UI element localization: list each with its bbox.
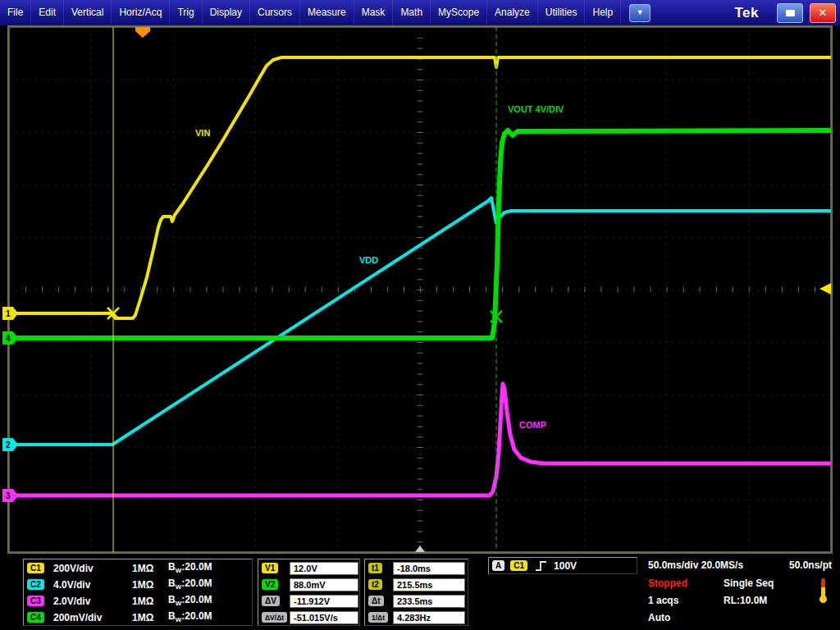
- c1-impedance: 1MΩ: [132, 563, 168, 574]
- time-cursor-box: t1 -18.0ms t2 215.5ms Δt 233.5ms 1/Δt 4.…: [364, 559, 468, 626]
- oscilloscope-app: File Edit Vertical Horiz/Acq Trig Displa…: [0, 0, 840, 630]
- c1-badge[interactable]: C1: [27, 563, 44, 573]
- delta-t-value: 233.5ms: [393, 595, 465, 608]
- c2-bandwidth: BW:20.0M: [168, 578, 212, 591]
- menu-help[interactable]: Help: [585, 0, 621, 25]
- menu-horiz-acq[interactable]: Horiz/Acq: [112, 0, 170, 25]
- acq-count: 1 acqs: [648, 595, 678, 606]
- dv-row: ΔV -11.912V: [258, 593, 359, 609]
- comp-label: COMP: [519, 420, 546, 430]
- c1-scale: 200V/div: [53, 563, 132, 574]
- channel-row-c4: C4 200mV/div 1MΩ BW:20.0M: [24, 609, 252, 625]
- thermometer-icon: [819, 578, 827, 603]
- dt-row: Δt 233.5ms: [365, 593, 468, 609]
- traces: [11, 57, 831, 495]
- menu-file[interactable]: File: [0, 0, 31, 25]
- v2-badge[interactable]: V2: [262, 579, 278, 590]
- c1-bandwidth: BW:20.0M: [168, 561, 212, 574]
- c4-bandwidth: BW:20.0M: [168, 610, 212, 623]
- v2-value: 88.0mV: [290, 578, 358, 591]
- c2-impedance: 1MΩ: [132, 579, 168, 591]
- menu-dropdown-button[interactable]: ▼: [629, 4, 651, 22]
- dvdt-row: ΔV/Δt -51.015V/s: [258, 609, 359, 625]
- acquisition-info: 50.0ms/div 20.0MS/s 50.0ns/pt Stopped Si…: [645, 557, 833, 628]
- menu-bar: File Edit Vertical Horiz/Acq Trig Displa…: [0, 0, 840, 25]
- inv-dt-row: 1/Δt 4.283Hz: [365, 609, 468, 625]
- vin-label: VIN: [195, 128, 210, 138]
- record-length: RL:10.0M: [724, 595, 767, 606]
- menu-cursors[interactable]: Cursors: [250, 0, 300, 25]
- graticule-canvas: VIN VDD VOUT 4V/DIV COMP: [9, 27, 831, 552]
- channel-row-c2: C2 4.0V/div 1MΩ BW:20.0M: [24, 577, 252, 592]
- t2-row: t2 215.5ms: [365, 577, 468, 592]
- graticule: [9, 27, 831, 552]
- t2-badge[interactable]: t2: [368, 579, 382, 590]
- dv-dt-value: -51.015V/s: [290, 611, 358, 624]
- c3-bandwidth: BW:20.0M: [168, 594, 212, 607]
- trace-vout: [11, 130, 831, 338]
- c3-impedance: 1MΩ: [132, 596, 168, 607]
- t2-value: 215.5ms: [393, 578, 465, 591]
- menu-math[interactable]: Math: [393, 0, 431, 25]
- one-over-dt-badge: 1/Δt: [368, 612, 388, 623]
- timebase-readout: 50.0ms/div 20.0MS/s: [648, 559, 743, 571]
- menu-edit[interactable]: Edit: [31, 0, 64, 25]
- status-panel: C1 200V/div 1MΩ BW:20.0M C2 4.0V/div 1MΩ…: [0, 555, 840, 630]
- channel-row-c3: C3 2.0V/div 1MΩ BW:20.0M: [24, 593, 252, 609]
- trigger-level: 100V: [554, 560, 577, 572]
- v1-value: 12.0V: [290, 562, 358, 575]
- menu-vertical[interactable]: Vertical: [64, 0, 112, 25]
- tek-logo: Tek: [734, 5, 759, 21]
- trigger-readout-box[interactable]: A C1 100V: [488, 557, 637, 574]
- delta-v-badge: ΔV: [262, 596, 280, 606]
- one-over-dt-value: 4.283Hz: [393, 611, 465, 624]
- waveform-display: VIN VDD VOUT 4V/DIV COMP 1 4 2 3: [7, 25, 833, 554]
- menu-utilities[interactable]: Utilities: [538, 0, 586, 25]
- v1-row: V1 12.0V: [258, 560, 359, 576]
- c3-badge[interactable]: C3: [27, 596, 44, 606]
- resolution-readout: 50.0ns/pt: [789, 559, 832, 571]
- trigger-system-badge: A: [492, 560, 504, 571]
- acq-mode: Single Seq: [724, 578, 774, 589]
- horizontal-reference-marker[interactable]: [415, 546, 425, 552]
- trigger-mode: Auto: [648, 612, 670, 623]
- menu-mask[interactable]: Mask: [354, 0, 394, 25]
- acq-status: Stopped: [648, 578, 687, 589]
- menu-myscope[interactable]: MyScope: [431, 0, 487, 25]
- menu-trig[interactable]: Trig: [170, 0, 202, 25]
- trigger-position-marker[interactable]: [135, 27, 150, 38]
- vdd-label: VDD: [359, 255, 378, 265]
- dv-dt-badge: ΔV/Δt: [262, 612, 287, 623]
- minimize-button[interactable]: [777, 3, 803, 23]
- menu-display[interactable]: Display: [203, 0, 250, 25]
- t1-value: -18.0ms: [393, 562, 465, 575]
- trigger-source-badge[interactable]: C1: [510, 560, 527, 571]
- t1-badge[interactable]: t1: [368, 563, 382, 573]
- close-button[interactable]: ✕: [810, 3, 836, 23]
- menu-analyze[interactable]: Analyze: [487, 0, 538, 25]
- t1-row: t1 -18.0ms: [365, 560, 468, 576]
- v1-badge[interactable]: V1: [262, 563, 278, 573]
- trigger-level-arrow[interactable]: [819, 283, 831, 294]
- channel-row-c1: C1 200V/div 1MΩ BW:20.0M: [24, 560, 252, 576]
- channel-settings-box: C1 200V/div 1MΩ BW:20.0M C2 4.0V/div 1MΩ…: [23, 559, 253, 626]
- c4-impedance: 1MΩ: [132, 612, 168, 623]
- c3-scale: 2.0V/div: [53, 596, 132, 607]
- rising-edge-icon: [535, 560, 547, 572]
- vout-label: VOUT 4V/DIV: [508, 104, 564, 114]
- delta-v-value: -11.912V: [290, 595, 358, 608]
- c2-badge[interactable]: C2: [27, 579, 44, 590]
- c2-scale: 4.0V/div: [53, 579, 132, 591]
- delta-t-badge: Δt: [368, 596, 384, 606]
- voltage-cursor-box: V1 12.0V V2 88.0mV ΔV -11.912V ΔV/Δt -51…: [258, 559, 360, 626]
- c4-badge[interactable]: C4: [27, 612, 44, 623]
- menu-measure[interactable]: Measure: [300, 0, 354, 25]
- v2-row: V2 88.0mV: [258, 577, 359, 592]
- minimize-icon: [786, 10, 795, 16]
- c4-scale: 200mV/div: [53, 612, 132, 623]
